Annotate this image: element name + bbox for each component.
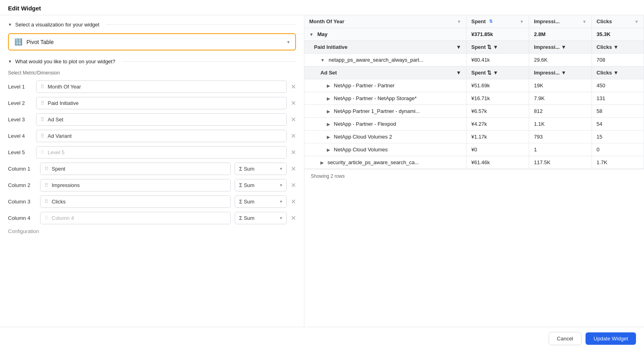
paid-initiative-filter-icon[interactable]: ▼ xyxy=(456,44,461,50)
column-2-input[interactable]: ⠿ Impressions xyxy=(40,179,231,191)
paid-initiative-spent-header[interactable]: Spent ⇅ ▼ xyxy=(466,41,529,54)
left-panel: ▼ Select a visualization for your widget… xyxy=(0,15,304,327)
level-4-close[interactable]: ✕ xyxy=(291,132,296,140)
column-4-close[interactable]: ✕ xyxy=(291,214,296,222)
viz-selected-label: Pivot Table xyxy=(26,39,54,45)
adset-4-expand-btn[interactable]: ▶ xyxy=(327,122,330,127)
ad-set-clicks-header[interactable]: Clicks ▼ xyxy=(592,66,644,79)
viz-section-title: Select a visualization for your widget xyxy=(15,22,99,28)
may-expand-btn[interactable]: ▼ xyxy=(309,32,314,37)
adset-6-clicks: 0 xyxy=(592,143,644,156)
level-2-close[interactable]: ✕ xyxy=(291,99,296,107)
level-3-input[interactable]: ⠿ Ad Set xyxy=(36,113,287,126)
security-impressions: 117.5K xyxy=(529,156,592,169)
update-widget-button[interactable]: Update Widget xyxy=(586,332,636,345)
ad-set-label: Ad Set xyxy=(320,70,337,76)
th-spent-filter-icon[interactable]: ▼ xyxy=(519,19,524,24)
level-1-close[interactable]: ✕ xyxy=(291,83,296,91)
level-5-input[interactable]: ⠿ Level 5 xyxy=(36,146,287,159)
netapp-ps-impressions: 29.6K xyxy=(529,54,592,66)
security-spent: ¥61.46k xyxy=(466,156,529,169)
level-3-close[interactable]: ✕ xyxy=(291,116,296,123)
level-5-row: Level 5 ⠿ Level 5 ✕ xyxy=(8,146,296,159)
level-3-row: Level 3 ⠿ Ad Set ✕ xyxy=(8,113,296,126)
level-4-input[interactable]: ⠿ Ad Variant xyxy=(36,130,287,142)
adset-2-clicks: 131 xyxy=(592,92,644,105)
th-month-of-year[interactable]: Month Of Year ▼ xyxy=(304,15,466,28)
ad-set-impress-header[interactable]: Impressi... ▼ xyxy=(529,66,592,79)
pivot-table-icon: 🔢 xyxy=(14,38,22,46)
may-label: May xyxy=(318,31,328,37)
column-1-agg-dropdown[interactable]: Σ Sum ▾ xyxy=(235,163,287,175)
column-1-close[interactable]: ✕ xyxy=(291,165,296,173)
table-row: ▶ NetApp - Partner - Partner ¥51.69k 19K… xyxy=(304,79,644,92)
paid-initiative-cell: Paid Initiative ▼ xyxy=(304,41,466,54)
adset-1-spent: ¥51.69k xyxy=(466,79,529,92)
adset-2-expand-btn[interactable]: ▶ xyxy=(327,96,330,101)
adset-3-cell: ▶ NetApp Partner 1_Partner - dynami... xyxy=(304,105,466,118)
level-1-input[interactable]: ⠿ Month Of Year xyxy=(36,80,287,93)
footer: Cancel Update Widget xyxy=(0,327,644,350)
level-1-row: Level 1 ⠿ Month Of Year ✕ xyxy=(8,80,296,93)
column-2-agg-dropdown[interactable]: Σ Sum ▾ xyxy=(235,179,287,191)
filter-icon: ▼ xyxy=(561,70,566,76)
config-label: Configuration xyxy=(8,228,296,234)
table-row: ▶ NetApp Partner 1_Partner - dynami... ¥… xyxy=(304,105,644,118)
column-4-placeholder: Column 4 xyxy=(52,215,74,221)
adset-1-impressions: 19K xyxy=(529,79,592,92)
viz-triangle-icon: ▼ xyxy=(8,22,12,27)
paid-initiative-impress-header[interactable]: Impressi... ▼ xyxy=(529,41,592,54)
adset-5-expand-btn[interactable]: ▶ xyxy=(327,135,330,139)
column-3-agg-chevron: ▾ xyxy=(280,199,282,204)
column-4-agg-chevron: ▾ xyxy=(280,215,282,221)
paid-initiative-clicks-header[interactable]: Clicks ▼ xyxy=(592,41,644,54)
th-month-label: Month Of Year xyxy=(309,18,344,24)
column-3-input[interactable]: ⠿ Clicks xyxy=(40,195,231,208)
column-4-agg-dropdown[interactable]: Σ Sum ▾ xyxy=(235,212,287,224)
column-4-row: Column 4 ⠿ Column 4 Σ Sum ▾ ✕ xyxy=(8,212,296,224)
viz-divider xyxy=(106,24,296,25)
column-1-input[interactable]: ⠿ Spent xyxy=(40,163,231,175)
th-clicks[interactable]: Clicks ▼ xyxy=(592,15,644,28)
metric-dimension-label: Select Metric/Dimension xyxy=(8,70,296,76)
column-2-agg-chevron: ▾ xyxy=(280,183,282,188)
ad-set-filter-icon[interactable]: ▼ xyxy=(456,70,461,76)
column-2-value: Impressions xyxy=(52,182,80,188)
drag-icon: ⠿ xyxy=(40,117,44,123)
adset-4-cell: ▶ NetApp - Partner - Flexpod xyxy=(304,118,466,131)
column-3-agg-dropdown[interactable]: Σ Sum ▾ xyxy=(235,195,287,208)
column-2-label: Column 2 xyxy=(8,182,36,188)
netapp-ps-cell: ▼ netapp_ps_aware_search_always_part... xyxy=(304,54,466,66)
th-month-filter-icon[interactable]: ▼ xyxy=(457,19,461,24)
security-expand-btn[interactable]: ▶ xyxy=(320,160,324,165)
level-5-close[interactable]: ✕ xyxy=(291,149,296,156)
netapp-ps-clicks: 708 xyxy=(592,54,644,66)
cancel-button[interactable]: Cancel xyxy=(549,332,582,345)
level-2-input[interactable]: ⠿ Paid Initiative xyxy=(36,97,287,109)
drag-icon: ⠿ xyxy=(44,166,48,172)
viz-selected: 🔢 Pivot Table xyxy=(14,38,54,46)
visualization-dropdown[interactable]: 🔢 Pivot Table ▾ xyxy=(8,33,296,50)
adset-6-expand-btn[interactable]: ▶ xyxy=(327,147,330,152)
may-spent: ¥371.85k xyxy=(466,28,529,41)
level-4-row: Level 4 ⠿ Ad Variant ✕ xyxy=(8,130,296,142)
adset-5-clicks: 15 xyxy=(592,131,644,143)
may-clicks: 35.3K xyxy=(592,28,644,41)
th-impress-filter-icon[interactable]: ▼ xyxy=(582,19,587,24)
table-container[interactable]: Month Of Year ▼ Spent ⇅ xyxy=(304,15,644,327)
netapp-ps-expand-btn[interactable]: ▼ xyxy=(320,58,325,62)
sort-icon: ⇅ xyxy=(487,44,491,50)
ad-set-spent-header[interactable]: Spent ⇅ ▼ xyxy=(466,66,529,79)
column-3-close[interactable]: ✕ xyxy=(291,198,296,205)
th-spent[interactable]: Spent ⇅ ▼ xyxy=(466,15,529,28)
column-2-close[interactable]: ✕ xyxy=(291,181,296,189)
th-clicks-filter-icon[interactable]: ▼ xyxy=(634,19,639,24)
adset-3-expand-btn[interactable]: ▶ xyxy=(327,109,330,114)
adset-5-impressions: 793 xyxy=(529,131,592,143)
column-4-input[interactable]: ⠿ Column 4 xyxy=(40,212,231,224)
drag-icon: ⠿ xyxy=(44,199,48,205)
column-2-row: Column 2 ⠿ Impressions Σ Sum ▾ ✕ xyxy=(8,179,296,191)
th-impressions[interactable]: Impressi... ▼ xyxy=(529,15,592,28)
table-row: ▶ NetApp - Partner - Flexpod ¥4.27k 1.1K… xyxy=(304,118,644,131)
adset-1-expand-btn[interactable]: ▶ xyxy=(327,83,330,88)
